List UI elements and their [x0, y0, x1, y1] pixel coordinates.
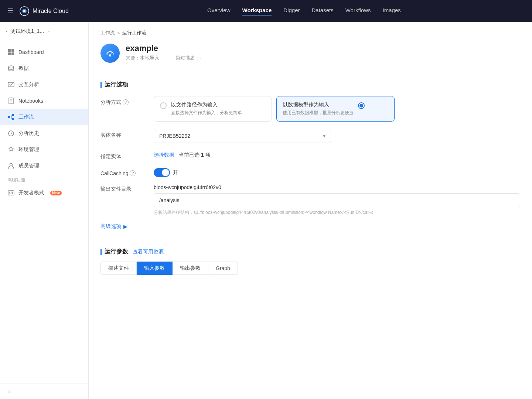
output-dir-label: 输出文件目录 [100, 184, 145, 192]
sidebar-item-members[interactable]: 成员管理 [0, 158, 88, 174]
page-header-info: example 来源：本地导入 简短描述：- [126, 44, 201, 61]
source-label: 来源：本地导入 [126, 55, 159, 61]
section-title-bar-2 [100, 249, 102, 255]
radio-card-data-model[interactable]: 以数据模型作为输入 使用已有数据模型，批量分析更便捷 [276, 96, 395, 122]
radio-card-file-path-text: 以文件路径作为输入 直接选择文件作为输入，分析更简单 [171, 102, 242, 116]
sidebar-label-dashboard: Dashboard [18, 49, 44, 55]
run-options-section: 运行选项 分析方式 ? 以文件路径作为输入 直接选择文件作为输入，分析更简单 [89, 72, 532, 239]
nav-logo: Miracle Cloud [19, 6, 69, 16]
sidebar-item-workflow[interactable]: 工作流 [0, 109, 88, 125]
sidebar-item-interactive[interactable]: 交互分析 [0, 76, 88, 93]
tab-graph[interactable]: Graph [208, 262, 238, 275]
nav-images[interactable]: Images [383, 7, 401, 16]
desc-label: 简短描述：- [175, 55, 201, 61]
nav-workspace[interactable]: Workspace [242, 7, 272, 16]
sidebar-nav: Dashboard 数据 交互分析 Notebooks [0, 41, 88, 383]
analysis-method-help-icon[interactable]: ? [123, 99, 129, 105]
sidebar-label-devmode: 开发者模式 [18, 190, 44, 196]
sidebar-env-chevron: ‹ [6, 29, 7, 34]
call-caching-help-icon[interactable]: ? [130, 170, 136, 176]
env-mgmt-icon [7, 146, 15, 153]
call-caching-row: CallCaching ? 开 [100, 167, 520, 177]
page-header: example 来源：本地导入 简短描述：- [89, 41, 532, 72]
svg-rect-10 [8, 116, 10, 118]
breadcrumb-parent[interactable]: 工作流 [100, 30, 115, 36]
run-params-tabs: 描述文件 输入参数 输出参数 Graph [100, 262, 520, 275]
members-icon [7, 162, 15, 170]
analysis-method-cards: 以文件路径作为输入 直接选择文件作为输入，分析更简单 以数据模型作为输入 使用已… [154, 96, 520, 122]
sidebar-item-devmode[interactable]: 开发者模式 New [0, 185, 88, 201]
chevron-down-icon: ▾ [323, 133, 325, 139]
advanced-options-toggle[interactable]: 高级选项 ▶ [100, 223, 520, 230]
sidebar-item-history[interactable]: 分析历史 [0, 125, 88, 141]
sidebar-item-dashboard[interactable]: Dashboard [0, 44, 88, 60]
devmode-icon [7, 189, 15, 197]
analysis-method-label: 分析方式 ? [100, 96, 145, 106]
breadcrumb-separator: > [117, 30, 120, 36]
nav-datasets[interactable]: Datasets [311, 7, 333, 16]
workflow-name: example [126, 44, 201, 53]
svg-point-7 [8, 66, 14, 68]
nav-workflows[interactable]: Workflows [345, 7, 371, 16]
radio-dot-data-model [358, 102, 365, 109]
workflow-icon-avatar [100, 44, 120, 63]
svg-rect-6 [11, 52, 14, 55]
data-icon [7, 65, 15, 72]
run-options-title: 运行选项 [100, 81, 520, 89]
sidebar-advanced-section: 高级功能 [0, 174, 88, 185]
sidebar-label-members: 成员管理 [18, 163, 39, 169]
tab-describe-file[interactable]: 描述文件 [100, 262, 137, 275]
radio-card-data-model-text: 以数据模型作为输入 使用已有数据模型，批量分析更便捷 [283, 102, 354, 116]
svg-point-2 [23, 10, 25, 12]
specify-entity-label: 指定实体 [100, 150, 145, 160]
nav-overview[interactable]: Overview [207, 7, 231, 16]
logo-icon [19, 6, 30, 16]
run-params-section: 运行参数 查看可用资源 描述文件 输入参数 输出参数 Graph [89, 239, 532, 284]
top-nav: ☰ Miracle Cloud Overview Workspace Digge… [0, 0, 532, 22]
sidebar-env-selector[interactable]: ‹ 测试环境1_1... ··· [0, 22, 88, 41]
svg-point-16 [109, 54, 111, 57]
sidebar-item-data[interactable]: 数据 [0, 60, 88, 76]
sidebar-env-name: 测试环境1_1... [10, 28, 44, 35]
section-title-bar [100, 82, 102, 88]
specify-entity-control: 选择数据 当前已选 1 项 [154, 150, 520, 158]
sidebar: ‹ 测试环境1_1... ··· Dashboard 数据 交互 [0, 22, 89, 399]
selected-count-text: 当前已选 1 项 [179, 152, 211, 158]
sidebar-item-notebooks[interactable]: Notebooks [0, 93, 88, 109]
radio-dot-file-path [160, 102, 167, 109]
entity-name-control: PRJEB52292 ▾ [154, 129, 520, 143]
sidebar-label-interactive: 交互分析 [18, 81, 39, 88]
entity-name-value: PRJEB52292 [159, 133, 190, 139]
call-caching-toggle[interactable] [154, 168, 170, 177]
advanced-options-label: 高级选项 [100, 223, 121, 230]
tab-input-params[interactable]: 输入参数 [137, 262, 173, 275]
tab-output-params[interactable]: 输出参数 [173, 262, 208, 275]
radio-card-file-path[interactable]: 以文件路径作为输入 直接选择文件作为输入，分析更简单 [154, 96, 272, 122]
sidebar-env-dots: ··· [46, 28, 51, 34]
output-path-input[interactable] [154, 193, 520, 207]
entity-name-label: 实体名称 [100, 129, 145, 139]
page-header-meta: 来源：本地导入 简短描述：- [126, 55, 201, 61]
run-params-header: 运行参数 查看可用资源 [100, 248, 520, 256]
toggle-label: 开 [173, 169, 178, 176]
select-data-link[interactable]: 选择数据 [154, 152, 174, 158]
workflow-icon [7, 113, 15, 121]
output-bucket: bioos-wcnjupodeig44rr6t02v0 [154, 184, 520, 190]
nav-digger[interactable]: Digger [283, 7, 300, 16]
output-hint: 分析结果路径结构：s3://bioos-wcnjupodeig44rr6t02v… [154, 209, 520, 216]
sidebar-label-workflow: 工作流 [18, 114, 34, 120]
specify-entity-row: 指定实体 选择数据 当前已选 1 项 [100, 150, 520, 160]
interactive-icon [7, 81, 15, 88]
output-dir-row: 输出文件目录 bioos-wcnjupodeig44rr6t02v0 分析结果路… [100, 184, 520, 216]
run-params-title: 运行参数 [100, 248, 128, 256]
dashboard-icon [7, 48, 15, 56]
entity-name-select[interactable]: PRJEB52292 ▾ [154, 129, 331, 143]
sidebar-collapse-btn[interactable]: ≡ [0, 383, 88, 399]
sidebar-label-env-mgmt: 环境管理 [18, 146, 39, 153]
menu-icon[interactable]: ☰ [7, 7, 13, 15]
logo-text: Miracle Cloud [33, 8, 69, 14]
sidebar-item-env-mgmt[interactable]: 环境管理 [0, 141, 88, 158]
call-caching-label: CallCaching ? [100, 167, 145, 176]
svg-rect-11 [12, 114, 14, 116]
view-resources-link[interactable]: 查看可用资源 [133, 249, 164, 255]
